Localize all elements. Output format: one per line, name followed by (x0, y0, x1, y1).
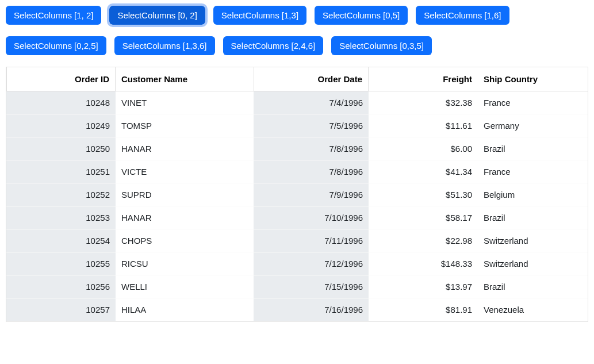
table-row[interactable]: 10254CHOPS7/11/1996$22.98Switzerland (6, 229, 588, 252)
cell-customer: SUPRD (116, 183, 254, 206)
cell-customer: WELLI (116, 275, 254, 298)
cell-country: Brazil (478, 137, 581, 160)
cell-date: 7/12/1996 (254, 252, 369, 275)
cell-orderid: 10248 (6, 91, 116, 114)
cell-date: 7/16/1996 (254, 298, 369, 321)
select-columns-button[interactable]: SelectColumns [1,3,6] (114, 36, 215, 55)
table-row[interactable]: 10255RICSU7/12/1996$148.33Switzerland (6, 252, 588, 275)
cell-freight: $81.91 (369, 298, 478, 321)
cell-freight: $51.30 (369, 183, 478, 206)
cell-freight: $41.34 (369, 160, 478, 183)
cell-orderid: 10256 (6, 275, 116, 298)
cell-freight: $22.98 (369, 229, 478, 252)
cell-date: 7/4/1996 (254, 91, 369, 114)
cell-country: France (478, 91, 581, 114)
cell-freight: $11.61 (369, 114, 478, 137)
cell-freight: $32.38 (369, 91, 478, 114)
table-row[interactable]: 10249TOMSP7/5/1996$11.61Germany (6, 114, 588, 137)
cell-country: France (478, 160, 581, 183)
select-columns-button[interactable]: SelectColumns [1, 2] (6, 6, 101, 25)
cell-orderid: 10257 (6, 298, 116, 321)
select-columns-button[interactable]: SelectColumns [0,3,5] (331, 36, 432, 55)
table-row[interactable]: 10253HANAR7/10/1996$58.17Brazil (6, 206, 588, 229)
data-grid: Order ID Customer Name Order Date Freigh… (6, 67, 588, 322)
select-columns-button[interactable]: SelectColumns [0,2,5] (6, 36, 106, 55)
cell-customer: HANAR (116, 137, 254, 160)
select-columns-button[interactable]: SelectColumns [2,4,6] (223, 36, 324, 55)
grid-header: Order ID Customer Name Order Date Freigh… (6, 67, 588, 91)
cell-customer: CHOPS (116, 229, 254, 252)
select-columns-button[interactable]: SelectColumns [1,3] (213, 6, 306, 25)
cell-date: 7/15/1996 (254, 275, 369, 298)
cell-customer: RICSU (116, 252, 254, 275)
cell-country: Venezuela (478, 298, 581, 321)
select-columns-button[interactable]: SelectColumns [0,5] (315, 6, 408, 25)
cell-customer: HANAR (116, 206, 254, 229)
table-row[interactable]: 10256WELLI7/15/1996$13.97Brazil (6, 275, 588, 298)
cell-country: Belgium (478, 183, 581, 206)
button-row-1: SelectColumns [1, 2]SelectColumns [0, 2]… (6, 6, 588, 25)
cell-freight: $58.17 (369, 206, 478, 229)
cell-country: Switzerland (478, 252, 581, 275)
cell-country: Brazil (478, 206, 581, 229)
column-header-freight[interactable]: Freight (369, 67, 478, 91)
cell-date: 7/11/1996 (254, 229, 369, 252)
cell-date: 7/9/1996 (254, 183, 369, 206)
cell-customer: VINET (116, 91, 254, 114)
cell-freight: $13.97 (369, 275, 478, 298)
cell-customer: TOMSP (116, 114, 254, 137)
cell-orderid: 10253 (6, 206, 116, 229)
cell-country: Switzerland (478, 229, 581, 252)
cell-freight: $148.33 (369, 252, 478, 275)
table-row[interactable]: 10250HANAR7/8/1996$6.00Brazil (6, 137, 588, 160)
cell-orderid: 10252 (6, 183, 116, 206)
table-row[interactable]: 10252SUPRD7/9/1996$51.30Belgium (6, 183, 588, 206)
column-header-orderid[interactable]: Order ID (6, 67, 116, 91)
cell-orderid: 10249 (6, 114, 116, 137)
cell-date: 7/10/1996 (254, 206, 369, 229)
cell-orderid: 10255 (6, 252, 116, 275)
cell-country: Germany (478, 114, 581, 137)
cell-date: 7/8/1996 (254, 137, 369, 160)
table-row[interactable]: 10257HILAA7/16/1996$81.91Venezuela (6, 298, 588, 321)
cell-date: 7/8/1996 (254, 160, 369, 183)
cell-customer: VICTE (116, 160, 254, 183)
cell-orderid: 10250 (6, 137, 116, 160)
table-row[interactable]: 10251VICTE7/8/1996$41.34France (6, 160, 588, 183)
column-header-customer[interactable]: Customer Name (116, 67, 254, 91)
column-header-country[interactable]: Ship Country (478, 67, 581, 91)
column-header-date[interactable]: Order Date (254, 67, 369, 91)
cell-date: 7/5/1996 (254, 114, 369, 137)
select-columns-button[interactable]: SelectColumns [1,6] (416, 6, 509, 25)
cell-orderid: 10251 (6, 160, 116, 183)
cell-freight: $6.00 (369, 137, 478, 160)
grid-body[interactable]: 10248VINET7/4/1996$32.38France10249TOMSP… (6, 91, 588, 321)
cell-customer: HILAA (116, 298, 254, 321)
select-columns-button[interactable]: SelectColumns [0, 2] (109, 6, 205, 25)
button-row-2: SelectColumns [0,2,5]SelectColumns [1,3,… (6, 36, 588, 55)
table-row[interactable]: 10248VINET7/4/1996$32.38France (6, 91, 588, 114)
cell-orderid: 10254 (6, 229, 116, 252)
cell-country: Brazil (478, 275, 581, 298)
